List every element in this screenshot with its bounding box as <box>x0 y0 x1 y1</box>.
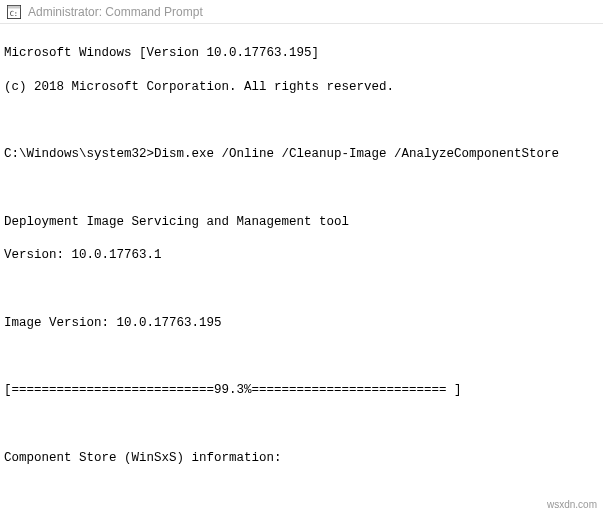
svg-rect-2 <box>8 5 20 8</box>
section-header: Component Store (WinSxS) information: <box>4 450 599 467</box>
title-bar[interactable]: C: Administrator: Command Prompt <box>0 0 603 24</box>
svg-text:C:: C: <box>10 9 18 17</box>
terminal-output[interactable]: Microsoft Windows [Version 10.0.17763.19… <box>0 24 603 512</box>
blank-line <box>4 416 599 433</box>
copyright-line: (c) 2018 Microsoft Corporation. All righ… <box>4 79 599 96</box>
blank-line <box>4 349 599 366</box>
blank-line <box>4 180 599 197</box>
prompt-line: C:\Windows\system32>Dism.exe /Online /Cl… <box>4 146 599 163</box>
command-text: Dism.exe /Online /Cleanup-Image /Analyze… <box>154 147 559 161</box>
blank-line <box>4 281 599 298</box>
image-version-line: Image Version: 10.0.17763.195 <box>4 315 599 332</box>
blank-line <box>4 484 599 501</box>
progress-bar-line: [===========================99.3%=======… <box>4 382 599 399</box>
watermark-text: wsxdn.com <box>547 499 597 510</box>
prompt-path: C:\Windows\system32> <box>4 147 154 161</box>
tool-name-line: Deployment Image Servicing and Managemen… <box>4 214 599 231</box>
os-header-line: Microsoft Windows [Version 10.0.17763.19… <box>4 45 599 62</box>
cmd-icon: C: <box>6 4 22 20</box>
tool-version-line: Version: 10.0.17763.1 <box>4 247 599 264</box>
window-title: Administrator: Command Prompt <box>28 5 203 19</box>
blank-line <box>4 112 599 129</box>
